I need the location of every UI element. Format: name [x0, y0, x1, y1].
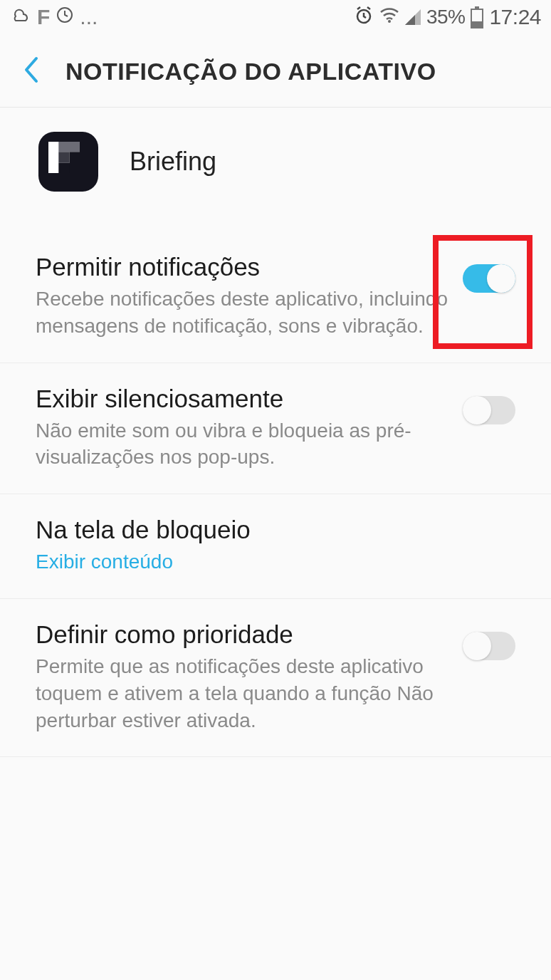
wifi-icon: [379, 6, 399, 28]
app-icon: [38, 132, 98, 192]
settings-list: Permitir notificações Recebe notificaçõe…: [0, 216, 551, 757]
toggle-show-silently[interactable]: [463, 396, 515, 424]
signal-icon: [405, 9, 421, 25]
app-name: Briefing: [130, 147, 216, 177]
svg-rect-7: [70, 152, 80, 173]
item-title: Na tela de bloqueio: [36, 516, 515, 544]
status-bar: F ... 35% 17:24: [0, 0, 551, 34]
weather-icon: [10, 6, 31, 28]
status-right: 35% 17:24: [354, 5, 541, 30]
item-title: Permitir notificações: [36, 253, 448, 281]
item-allow-notifications[interactable]: Permitir notificações Recebe notificaçõe…: [0, 216, 551, 363]
item-desc: Recebe notificações deste aplicativo, in…: [36, 286, 448, 340]
status-more: ...: [80, 5, 98, 29]
back-icon[interactable]: [20, 56, 41, 87]
svg-rect-4: [58, 142, 80, 152]
toggle-priority[interactable]: [463, 632, 515, 660]
toggle-allow-notifications[interactable]: [463, 264, 515, 293]
status-left: F ...: [10, 5, 98, 29]
alarm-icon: [354, 5, 374, 30]
svg-point-2: [388, 20, 391, 23]
item-priority[interactable]: Definir como prioridade Permite que as n…: [0, 599, 551, 757]
app-row: Briefing: [0, 108, 551, 216]
item-lock-screen[interactable]: Na tela de bloqueio Exibir conteúdo: [0, 494, 551, 599]
sync-icon: [56, 6, 74, 29]
item-desc: Não emite som ou vibra e bloqueia as pré…: [36, 417, 448, 471]
flipboard-icon: F: [37, 5, 50, 29]
battery-icon: [471, 9, 483, 28]
page-title: NOTIFICAÇÃO DO APLICATIVO: [65, 58, 436, 85]
item-show-silently[interactable]: Exibir silenciosamente Não emite som ou …: [0, 363, 551, 495]
item-desc: Permite que as notificações deste aplica…: [36, 653, 448, 734]
battery-percent: 35%: [426, 6, 466, 28]
item-title: Exibir silenciosamente: [36, 385, 448, 413]
clock-time: 17:24: [489, 5, 541, 29]
item-title: Definir como prioridade: [36, 620, 448, 649]
header: NOTIFICAÇÃO DO APLICATIVO: [0, 34, 551, 108]
svg-rect-5: [58, 152, 69, 162]
item-desc: Exibir conteúdo: [36, 548, 515, 575]
